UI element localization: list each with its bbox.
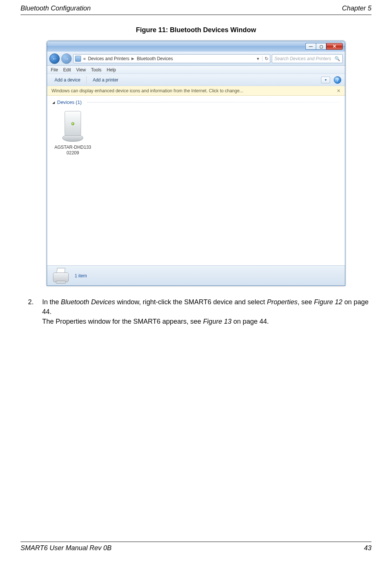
back-icon: ← (52, 56, 57, 62)
search-placeholder: Search Devices and Printers (274, 56, 331, 61)
figure-caption: Figure 11: Bluetooth Devices Window (21, 26, 371, 34)
close-icon: ✕ (327, 43, 342, 49)
breadcrumb-separator-icon[interactable]: ▶ (131, 56, 134, 61)
address-dropdown[interactable]: ▾ ↻ (257, 56, 268, 61)
device-label-line2: 02209 (52, 150, 93, 156)
chevron-down-icon: ▾ (325, 78, 327, 82)
info-bar-text: Windows can display enhanced device icon… (52, 88, 243, 93)
content-pane: ◢ Devices (1) AGSTAR-DHD133 02209 (47, 96, 345, 265)
group-rule (87, 102, 340, 102)
menu-edit[interactable]: Edit (63, 67, 71, 73)
device-icon (60, 109, 85, 142)
maximize-button[interactable]: ▢ (316, 43, 326, 50)
back-button[interactable]: ← (49, 53, 60, 64)
page-footer: SMART6 User Manual Rev 0B 43 (21, 542, 371, 552)
menu-bar: File Edit View Tools Help (47, 66, 345, 74)
menu-tools[interactable]: Tools (91, 67, 102, 73)
menu-view[interactable]: View (76, 67, 86, 73)
navigation-bar: ← → « Devices and Printers ▶ Bluetooth D… (47, 52, 345, 66)
chevron-down-icon: ▾ (257, 56, 259, 61)
refresh-icon[interactable]: ↻ (262, 56, 268, 61)
location-icon (75, 56, 81, 62)
forward-icon: → (64, 56, 69, 62)
toolbar-separator (86, 76, 87, 84)
status-item-count: 1 item (75, 273, 87, 278)
header-left: Bluetooth Configuration (21, 4, 91, 12)
toolbar-right: ▾ ? (321, 76, 341, 84)
minimize-button[interactable]: — (305, 43, 316, 50)
close-button[interactable]: ✕ (326, 43, 343, 50)
bluetooth-devices-window: — ▢ ✕ ← → « Devices and Printers ▶ Bluet… (47, 41, 345, 286)
search-icon: 🔍 (335, 56, 340, 61)
instruction-step-2: 2. In the Bluetooth Devices window, righ… (21, 297, 371, 326)
info-bar-close-icon[interactable]: ✕ (337, 88, 340, 93)
window-controls: — ▢ ✕ (305, 43, 343, 50)
header-right: Chapter 5 (342, 4, 371, 12)
add-device-button[interactable]: Add a device (51, 76, 84, 84)
breadcrumb: « Devices and Printers ▶ Bluetooth Devic… (83, 56, 173, 61)
menu-file[interactable]: File (51, 67, 58, 73)
breadcrumb-item-devices[interactable]: Devices and Printers (88, 56, 130, 61)
breadcrumb-item-bluetooth[interactable]: Bluetooth Devices (137, 56, 173, 61)
toolbar: Add a device Add a printer ▾ ? (47, 74, 345, 86)
page-header: Bluetooth Configuration Chapter 5 (21, 0, 371, 15)
add-printer-button[interactable]: Add a printer (89, 76, 122, 84)
instruction-body: In the Bluetooth Devices window, right-c… (42, 297, 371, 326)
info-bar[interactable]: Windows can display enhanced device icon… (47, 86, 345, 96)
instruction-number: 2. (28, 297, 36, 326)
details-pane-icon (52, 269, 69, 283)
window-titlebar: — ▢ ✕ (47, 41, 345, 52)
forward-button[interactable]: → (61, 53, 72, 64)
device-label: AGSTAR-DHD133 02209 (52, 145, 93, 156)
search-input[interactable]: Search Devices and Printers 🔍 (272, 54, 343, 63)
minimize-icon: — (306, 43, 316, 49)
device-item-agstar[interactable]: AGSTAR-DHD133 02209 (52, 109, 93, 156)
devices-group-header[interactable]: ◢ Devices (1) (52, 99, 340, 105)
collapse-icon: ◢ (52, 101, 55, 104)
help-button[interactable]: ? (334, 76, 341, 84)
device-label-line1: AGSTAR-DHD133 (52, 145, 93, 150)
footer-left: SMART6 User Manual Rev 0B (21, 544, 112, 552)
breadcrumb-lead-icon: « (83, 56, 86, 61)
footer-right: 43 (364, 544, 371, 552)
maximize-icon: ▢ (316, 43, 326, 49)
devices-group-label: Devices (1) (57, 99, 82, 105)
help-icon: ? (336, 77, 339, 83)
address-bar[interactable]: « Devices and Printers ▶ Bluetooth Devic… (73, 54, 270, 63)
status-bar: 1 item (47, 265, 345, 286)
view-options-button[interactable]: ▾ (321, 77, 330, 83)
menu-help[interactable]: Help (107, 67, 116, 73)
